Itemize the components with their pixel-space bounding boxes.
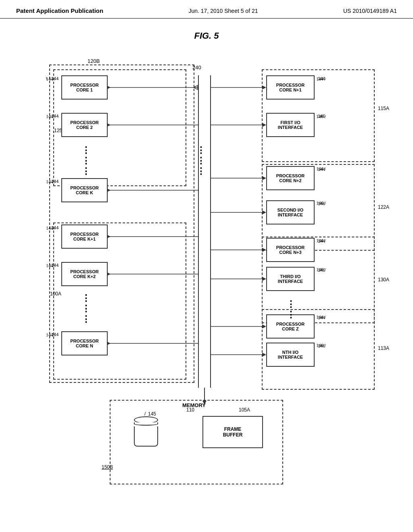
- main-content: FIG. 5: [0, 19, 413, 505]
- cylinder-mid: [134, 422, 158, 426]
- processor-core-k1: PROCESSORCORE K+1: [61, 224, 108, 249]
- io-interface-2: SECOND I/OINTERFACE: [266, 200, 315, 224]
- processor-core-n2: PROCESSORCORE N+2: [266, 166, 315, 190]
- ref-mark-core1: 144\: [46, 76, 54, 82]
- label-disk-num: 145: [148, 411, 156, 417]
- io-interface-3: THIRD I/OINTERFACE: [266, 267, 315, 291]
- dots-left-2: ⋮⋮⋮: [81, 293, 92, 324]
- io-interface-n: NTH I/OINTERFACE: [266, 343, 315, 367]
- label-150b: 150B: [102, 464, 113, 470]
- label-130a: 130A: [378, 277, 389, 283]
- frame-buffer-box: FRAMEBUFFER: [202, 416, 263, 448]
- page-header: Patent Application Publication Jun. 17, …: [0, 0, 413, 19]
- ref-mark-coreK1: 144\: [46, 225, 54, 231]
- processor-core-k: PROCESSORCORE K: [61, 178, 108, 202]
- ref-mark-io3-r: 146 /: [316, 267, 326, 273]
- processor-core-2: PROCESSORCORE 2: [61, 113, 108, 137]
- patent-number-label: US 2010/0149189 A1: [343, 8, 397, 14]
- figure-title: FIG. 5: [16, 31, 397, 41]
- processor-core-1: PROCESSORCORE 1: [61, 75, 108, 100]
- processor-core-n: PROCESSORCORE N: [61, 331, 108, 355]
- label-100a: 100A: [50, 291, 61, 297]
- ref-mark-coreN2-r: 144 /: [316, 166, 326, 172]
- disk-cylinder: [134, 416, 158, 447]
- ref-mark-ion-r: 146 /: [316, 343, 326, 349]
- processor-core-n1: PROCESSORCORE N+1: [266, 75, 315, 100]
- ref-mark-io2-r: 146 /: [316, 200, 326, 206]
- ref-mark-core2: 144\: [46, 114, 54, 120]
- date-sheet-label: Jun. 17, 2010 Sheet 5 of 21: [188, 8, 258, 14]
- label-120b: 120B: [88, 58, 100, 64]
- ref-mark-coreN3-r: 144 /: [316, 238, 326, 244]
- ref-mark-coreK2: 144\: [46, 263, 54, 269]
- processor-core-n3: PROCESSORCORE N+3: [266, 238, 315, 262]
- ref-mark-coreZ-r: 144 /: [316, 314, 326, 320]
- dots-bus-1: ⋮⋮⋮: [196, 145, 206, 177]
- label-105a: 105A: [239, 407, 250, 413]
- dots-left-1: ⋮⋮⋮: [81, 145, 92, 177]
- ref-mark-coreN: 144\: [46, 332, 54, 338]
- diagram-container: 120B 240 125A 100A 115A 122A 130A 113A P…: [25, 53, 388, 497]
- label-115a: 115A: [378, 106, 389, 111]
- processor-core-k2: PROCESSORCORE K+2: [61, 262, 108, 286]
- ref-mark-coreK: 144\: [46, 179, 54, 185]
- publication-label: Patent Application Publication: [16, 7, 103, 14]
- label-113a: 113A: [378, 345, 389, 351]
- label-110: 110: [186, 407, 194, 413]
- label-240: 240: [192, 64, 201, 71]
- ref-mark-io1-r: 146 /: [316, 114, 326, 120]
- cylinder-body: [134, 426, 158, 447]
- dots-right-1: ⋮⋮: [286, 299, 296, 320]
- ref-mark-coreN1-r: 144 /: [316, 76, 326, 82]
- label-122a: 122A: [378, 204, 389, 210]
- io-interface-1: FIRST I/OINTERFACE: [266, 113, 315, 137]
